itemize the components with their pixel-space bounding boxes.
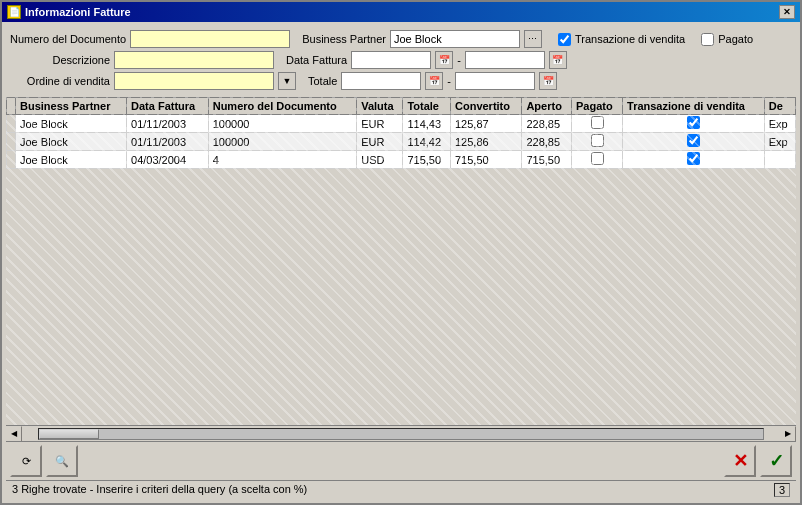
ok-icon: ✓ (769, 450, 784, 472)
invoice-table: Business Partner Data Fattura Numero del… (6, 97, 796, 169)
form-row-3: Ordine di vendita ▼ Totale 📅 - 📅 (10, 72, 792, 90)
cell-business_partner: Joe Block (16, 151, 127, 169)
cell-valuta: USD (357, 151, 403, 169)
th-valuta: Valuta (357, 98, 403, 115)
cancel-button[interactable]: ✕ (724, 445, 756, 477)
bp-lookup-button[interactable]: ⋯ (524, 30, 542, 48)
cell-convertito: 125,87 (451, 115, 522, 133)
transazione-checkbox[interactable] (558, 33, 571, 46)
cell-transazione[interactable] (623, 115, 765, 133)
table-row[interactable]: Joe Block01/11/2003100000EUR114,43125,87… (7, 115, 796, 133)
cell-data_fattura: 04/03/2004 (127, 151, 209, 169)
ordine-label: Ordine di vendita (10, 75, 110, 87)
bp-label: Business Partner (302, 33, 386, 45)
calendar-to-button[interactable]: 📅 (549, 51, 567, 69)
scrollbar-thumb[interactable] (39, 429, 99, 439)
bottom-right-buttons: ✕ ✓ (724, 445, 792, 477)
bottom-toolbar: ⟳ 🔍 ✕ ✓ (6, 441, 796, 480)
cell-transazione[interactable] (623, 133, 765, 151)
totale-to-btn[interactable]: 📅 (539, 72, 557, 90)
refresh-button[interactable]: ⟳ (10, 445, 42, 477)
pagato-check[interactable] (591, 116, 604, 129)
cell-de: Exp (764, 115, 795, 133)
th-business-partner: Business Partner (16, 98, 127, 115)
transazione-check[interactable] (687, 152, 700, 165)
cell-valuta: EUR (357, 115, 403, 133)
cell-totale: 114,42 (403, 133, 451, 151)
bottom-left-buttons: ⟳ 🔍 (10, 445, 78, 477)
cell-numero_documento: 4 (208, 151, 357, 169)
bp-input[interactable] (390, 30, 520, 48)
horizontal-scrollbar[interactable]: ◀ ▶ (6, 425, 796, 441)
ordine-input[interactable] (114, 72, 274, 90)
th-totale: Totale (403, 98, 451, 115)
window-title: Informazioni Fatture (25, 6, 131, 18)
cell-de (764, 151, 795, 169)
cell-business_partner: Joe Block (16, 133, 127, 151)
cell-business_partner: Joe Block (16, 115, 127, 133)
row-indicator (7, 115, 16, 133)
close-button[interactable]: ✕ (779, 5, 795, 19)
pagato-check[interactable] (591, 134, 604, 147)
ok-button[interactable]: ✓ (760, 445, 792, 477)
pagato-label: Pagato (718, 33, 753, 45)
totale-from[interactable] (341, 72, 421, 90)
status-bar: 3 Righe trovate - Inserire i criteri del… (6, 480, 796, 499)
th-transazione: Transazione di vendita (623, 98, 765, 115)
pagato-checkbox[interactable] (701, 33, 714, 46)
transazione-label: Transazione di vendita (575, 33, 685, 45)
cell-aperto: 715,50 (522, 151, 572, 169)
data-fattura-from[interactable] (351, 51, 431, 69)
table-header-row: Business Partner Data Fattura Numero del… (7, 98, 796, 115)
cell-pagato[interactable] (572, 151, 623, 169)
cell-pagato[interactable] (572, 133, 623, 151)
cell-valuta: EUR (357, 133, 403, 151)
title-bar-left: 📄 Informazioni Fatture (7, 5, 131, 19)
search-button[interactable]: 🔍 (46, 445, 78, 477)
main-window: 📄 Informazioni Fatture ✕ Numero del Docu… (0, 0, 802, 505)
row-indicator (7, 133, 16, 151)
table-row[interactable]: Joe Block04/03/20044USD715,50715,50715,5… (7, 151, 796, 169)
descrizione-label: Descrizione (10, 54, 110, 66)
status-count: 3 (774, 483, 790, 497)
th-convertito: Convertito (451, 98, 522, 115)
totale-from-btn[interactable]: 📅 (425, 72, 443, 90)
totale-label: Totale (308, 75, 337, 87)
pagato-check[interactable] (591, 152, 604, 165)
cell-convertito: 715,50 (451, 151, 522, 169)
form-row-2: Descrizione Data Fattura 📅 - 📅 (10, 51, 792, 69)
cell-de: Exp (764, 133, 795, 151)
table-row[interactable]: Joe Block01/11/2003100000EUR114,42125,86… (7, 133, 796, 151)
cell-pagato[interactable] (572, 115, 623, 133)
scrollbar-track[interactable] (38, 428, 764, 440)
title-bar: 📄 Informazioni Fatture ✕ (2, 2, 800, 22)
th-data-fattura: Data Fattura (127, 98, 209, 115)
form-area: Numero del Documento Business Partner ⋯ … (6, 26, 796, 97)
ordine-dropdown-button[interactable]: ▼ (278, 72, 296, 90)
scroll-left-button[interactable]: ◀ (6, 426, 22, 442)
window-icon: 📄 (7, 5, 21, 19)
transazione-check[interactable] (687, 116, 700, 129)
cell-transazione[interactable] (623, 151, 765, 169)
data-fattura-to[interactable] (465, 51, 545, 69)
descrizione-input[interactable] (114, 51, 274, 69)
scroll-right-button[interactable]: ▶ (780, 426, 796, 442)
cancel-icon: ✕ (733, 450, 748, 472)
row-indicator (7, 151, 16, 169)
th-numero-documento: Numero del Documento (208, 98, 357, 115)
calendar-from-button[interactable]: 📅 (435, 51, 453, 69)
transazione-check[interactable] (687, 134, 700, 147)
cell-numero_documento: 100000 (208, 115, 357, 133)
numero-input[interactable] (130, 30, 290, 48)
th-indicator (7, 98, 16, 115)
cell-numero_documento: 100000 (208, 133, 357, 151)
th-de: De (764, 98, 795, 115)
content-area: Numero del Documento Business Partner ⋯ … (2, 22, 800, 503)
cell-totale: 114,43 (403, 115, 451, 133)
data-fattura-label: Data Fattura (286, 54, 347, 66)
cell-aperto: 228,85 (522, 133, 572, 151)
totale-to[interactable] (455, 72, 535, 90)
refresh-icon: ⟳ (22, 455, 31, 468)
th-pagato: Pagato (572, 98, 623, 115)
numero-label: Numero del Documento (10, 33, 126, 45)
